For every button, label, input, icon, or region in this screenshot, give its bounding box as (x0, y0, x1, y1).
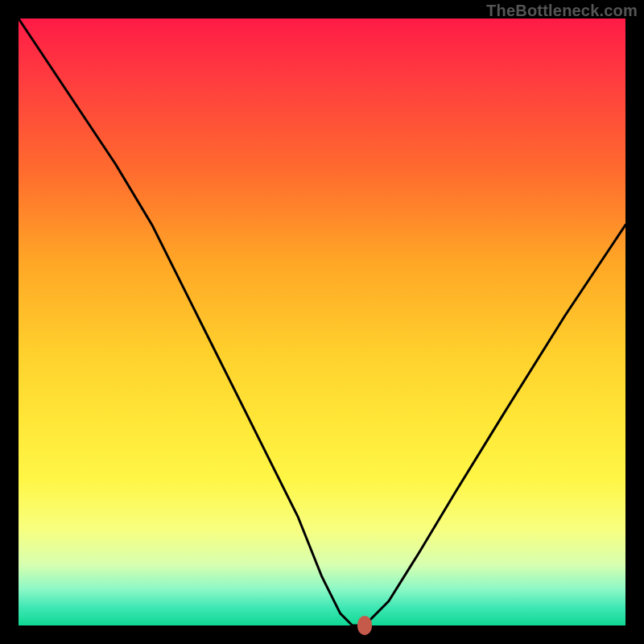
watermark-text: TheBottleneck.com (486, 2, 638, 20)
bottleneck-curve (19, 19, 625, 625)
plot-area (19, 19, 625, 625)
chart-stage: TheBottleneck.com (0, 0, 644, 644)
optimum-marker (357, 616, 372, 635)
curve-path (19, 19, 625, 625)
